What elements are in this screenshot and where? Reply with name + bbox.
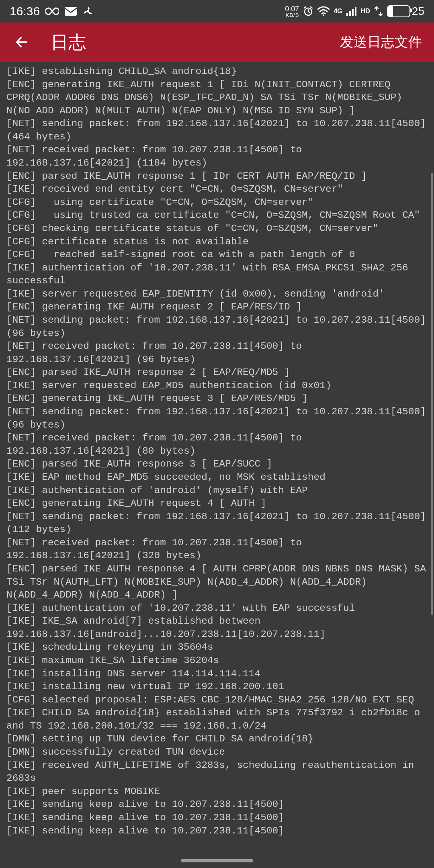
infinity-icon — [45, 7, 59, 15]
svg-rect-4 — [346, 13, 348, 16]
net-speed-unit: KB/S — [285, 12, 299, 18]
svg-point-1 — [87, 10, 89, 12]
network-type: 4G — [334, 8, 342, 14]
svg-rect-0 — [65, 7, 77, 16]
scrollbar-thumb[interactable] — [431, 173, 433, 615]
mail-icon — [65, 7, 77, 16]
fan-icon — [82, 6, 94, 17]
network-type-top: 4G — [334, 8, 342, 14]
status-left: 16:36 — [10, 4, 94, 18]
log-content[interactable]: [IKE] establishing CHILD_SA android{18} … — [0, 62, 434, 868]
hd-label: HD — [361, 8, 370, 14]
status-bar: 16:36 0.07 KB/S 4G HD — [0, 0, 434, 23]
battery-percent: 25 — [412, 5, 424, 18]
hd-text: HD — [361, 8, 370, 14]
page-title: 日志 — [51, 31, 340, 54]
app-header: 日志 发送日志文件 — [0, 23, 434, 62]
signal-icon — [346, 7, 357, 16]
battery-icon — [387, 5, 410, 17]
wifi-icon — [317, 6, 330, 16]
data-icon — [374, 6, 383, 16]
net-speed-value: 0.07 — [285, 5, 299, 12]
alarm-icon — [303, 6, 313, 16]
svg-rect-6 — [352, 9, 354, 16]
svg-point-3 — [323, 14, 324, 16]
back-button[interactable] — [12, 33, 31, 52]
send-log-button[interactable]: 发送日志文件 — [340, 33, 422, 51]
svg-rect-7 — [355, 7, 356, 16]
status-right: 0.07 KB/S 4G HD 25 — [285, 5, 424, 18]
clock-text: 16:36 — [10, 4, 40, 18]
battery-indicator: 25 — [387, 5, 424, 18]
svg-rect-5 — [349, 11, 351, 16]
net-speed: 0.07 KB/S — [285, 5, 299, 18]
nav-handle[interactable] — [181, 859, 253, 862]
